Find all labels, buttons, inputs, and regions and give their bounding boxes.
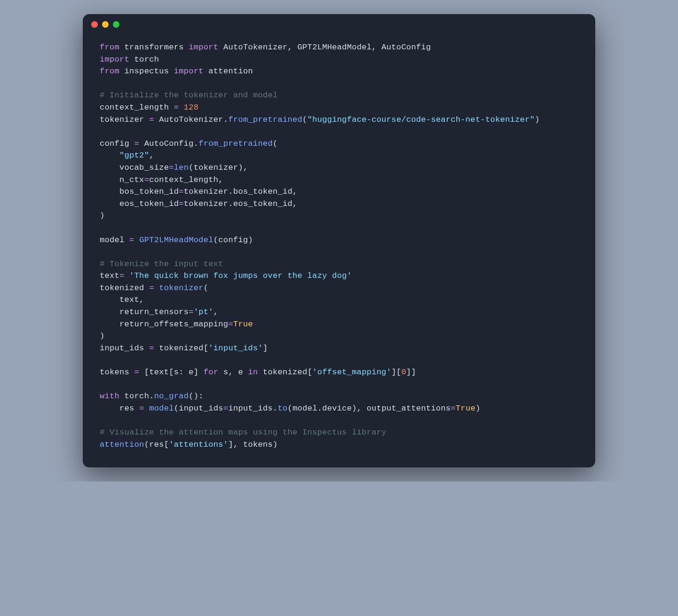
operator-eq: = (149, 284, 154, 292)
keyword-from: from (100, 67, 119, 76)
variable: tokens (100, 368, 129, 377)
paren-open: ( (302, 115, 307, 124)
variable: input_ids (228, 404, 273, 413)
comma: , (292, 187, 298, 196)
keyword-import: import (100, 55, 129, 64)
module-name: torch (134, 55, 159, 64)
code-window: from transformers import AutoTokenizer, … (83, 14, 595, 467)
operator-eq: = (174, 103, 179, 112)
variable: tokenized (263, 368, 307, 377)
comma: , (213, 308, 219, 316)
function-call: tokenizer (159, 284, 204, 292)
paren-close: ), (352, 404, 362, 413)
paren-close: ) (535, 115, 540, 124)
string-literal: 'The quick brown fox jumps over the lazy… (129, 271, 352, 280)
keyword-for: for (204, 368, 219, 377)
attribute: bos_token_id (233, 187, 292, 196)
operator-eq: = (451, 404, 456, 413)
string-literal: 'offset_mapping' (312, 368, 391, 377)
variable: tokenizer (194, 163, 238, 172)
variable: tokenized (159, 344, 204, 353)
builtin-len: len (174, 163, 189, 172)
keyword-import: import (189, 43, 218, 52)
number-literal: 128 (184, 103, 199, 112)
function-call: no_grad (154, 392, 189, 401)
paren-close: ) (273, 440, 278, 449)
function-call: attention (100, 440, 144, 449)
variable: res (119, 404, 134, 413)
number-literal: 0 (401, 368, 406, 377)
code-editor[interactable]: from transformers import AutoTokenizer, … (83, 35, 595, 467)
class-name: AutoConfig (144, 139, 194, 148)
bool-literal: True (233, 320, 253, 329)
paren-open: ( (174, 404, 179, 413)
colon: : (198, 392, 204, 401)
bool-literal: True (456, 404, 475, 413)
comment: # Tokenize the input text (100, 260, 223, 269)
variable: config (218, 236, 248, 245)
keyword-in: in (248, 368, 258, 377)
kwarg-name: output_attentions (367, 404, 451, 413)
variable: tokenizer (184, 199, 229, 208)
kwarg-name: return_tensors (119, 308, 189, 316)
close-icon[interactable] (91, 21, 98, 28)
module-name: torch (125, 392, 150, 401)
paren-open: ( (288, 404, 293, 413)
operator-eq: = (223, 404, 229, 413)
kwarg-name: return_offsets_mapping (119, 320, 228, 329)
operator-eq: = (129, 236, 134, 245)
module-name: transformers (125, 43, 184, 52)
bracket-open: [ (307, 368, 313, 377)
function-call: model (149, 404, 174, 413)
slice-expr: text[s: e] (149, 368, 198, 377)
operator-eq: = (144, 175, 150, 184)
variable: model (100, 236, 125, 245)
keyword-with: with (100, 392, 119, 401)
paren-open: ( (189, 163, 194, 172)
kwarg-name: n_ctx (119, 175, 144, 184)
variable: tokens (243, 440, 273, 449)
bracket-close: ][ (391, 368, 401, 377)
paren-close: ) (100, 332, 105, 340)
function-call: from_pretrained (228, 115, 302, 124)
import-item: attention (208, 67, 253, 76)
string-literal: "huggingface-course/code-search-net-toke… (307, 115, 535, 124)
operator-eq: = (169, 163, 174, 172)
variable: tokenizer (184, 187, 229, 196)
dot: . (149, 392, 154, 401)
dot: . (228, 199, 233, 208)
dot: . (223, 115, 229, 124)
variable: text (100, 271, 119, 280)
zoom-icon[interactable] (113, 21, 119, 28)
operator-eq: = (189, 308, 194, 316)
method-call: to (278, 404, 288, 413)
minimize-icon[interactable] (102, 21, 109, 28)
comment: # Visualize the attention maps using the… (100, 428, 386, 437)
kwarg-name: eos_token_id (119, 199, 179, 208)
loop-vars: s, e (223, 368, 243, 377)
operator-eq: = (119, 271, 125, 280)
dot: . (228, 187, 233, 196)
operator-eq: = (179, 187, 184, 196)
operator-eq: = (149, 115, 154, 124)
variable: input_ids (100, 344, 144, 353)
kwarg-name: vocab_size (119, 163, 169, 172)
operator-eq: = (228, 320, 233, 329)
module-name: inspectus (125, 67, 169, 76)
operator-eq: = (179, 199, 184, 208)
comma: , (292, 199, 298, 208)
window-titlebar (83, 14, 595, 35)
variable: config (100, 139, 129, 148)
comma: , (149, 151, 154, 160)
variable: res (149, 440, 164, 449)
paren-close: ) (100, 211, 105, 220)
paren-open: ( (213, 236, 219, 245)
class-name: AutoTokenizer (159, 115, 223, 124)
keyword-import: import (174, 67, 204, 76)
comment: # Initialize the tokenizer and model (100, 91, 278, 100)
operator-eq: = (134, 139, 140, 148)
variable: tokenizer (100, 115, 144, 124)
variable: context_length (100, 103, 169, 112)
paren-close: ) (475, 404, 481, 413)
bracket-open: [ (164, 440, 169, 449)
